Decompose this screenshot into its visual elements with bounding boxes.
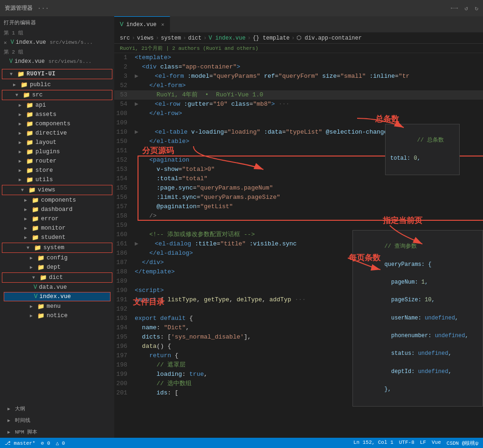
chevron-right-icon: ▶	[30, 265, 37, 270]
sidebar-item-utils[interactable]: ▶ 📁 utils	[0, 175, 114, 184]
chevron-right-icon: ▶	[19, 112, 26, 117]
code-line-52: 52 </el-form>	[114, 81, 483, 90]
sidebar-item-dept[interactable]: ▶ 📁 dept	[0, 263, 114, 272]
git-branch[interactable]: ⎇ master*	[5, 440, 35, 446]
top-bar-dots[interactable]: ···	[37, 5, 49, 12]
sidebar-item-error[interactable]: ▶ 📁 error	[0, 214, 114, 224]
code-line-155: 155 :page.sync="queryParams.pageNum"	[114, 183, 483, 193]
sidebar-item-menu[interactable]: ▶ 📁 menu	[0, 302, 114, 311]
annotation-filedir: 文件目录	[133, 297, 165, 307]
views-box: ▼ 📁 views	[2, 185, 112, 195]
folder-icon: 📁	[26, 157, 34, 165]
sidebar-item-timeline[interactable]: ▶ 时间线	[0, 414, 114, 426]
encoding-indicator: UTF-8	[399, 440, 414, 447]
sidebar-item-config[interactable]: ▶ 📁 config	[0, 253, 114, 263]
sidebar-item-system[interactable]: ▼ 📁 system	[2, 243, 112, 252]
chevron-right-icon: ▶	[24, 197, 32, 203]
src-box: ▼ 📁 src	[2, 90, 112, 100]
sidebar-item-src[interactable]: ▼ 📁 src	[2, 90, 112, 100]
folder-icon: 📁	[34, 244, 41, 251]
breadcrumb: src › views › system › dict › V index.vu…	[114, 33, 483, 44]
sidebar-item-plugins[interactable]: ▶ 📁 plugins	[0, 147, 114, 156]
sidebar-item-datavue[interactable]: V data.vue	[0, 283, 114, 292]
sidebar-item-views[interactable]: ▼ 📁 views	[2, 185, 112, 195]
folder-icon: 📁	[37, 312, 45, 319]
sidebar-item-router[interactable]: ▶ 📁 router	[0, 156, 114, 166]
ruoyi-ui-box: ▼ 📁 RUOYI-UI	[2, 69, 112, 79]
sidebar-item-components[interactable]: ▶ 📁 components	[0, 119, 114, 129]
folder-icon: 📁	[26, 139, 34, 146]
annotation-pagesize: 每页条数	[349, 252, 380, 263]
chevron-down-icon: ▼	[27, 245, 34, 251]
code-line-54: 54 ▶ <el-row :gutter="10" class="mb8"> ·…	[114, 100, 483, 109]
chevron-down-icon: ▼	[32, 275, 40, 280]
folder-icon: 📁	[28, 186, 36, 194]
tab-indexvue[interactable]: V index.vue ✕	[114, 16, 170, 33]
chevron-right-icon: ▶	[13, 82, 21, 88]
sidebar-item-public[interactable]: ▶ 📁 public	[0, 80, 114, 89]
refresh-icon[interactable]: ↺	[464, 5, 468, 12]
chevron-right-icon: ▶	[19, 102, 26, 108]
open-editors-section[interactable]: 打开的编辑器	[0, 16, 114, 28]
sidebar-item-directive[interactable]: ▶ 📁 directive	[0, 129, 114, 138]
folder-icon: 📁	[32, 197, 39, 204]
chevron-right-icon: ▶	[7, 406, 15, 412]
sidebar-item-notice[interactable]: ▶ 📁 notice	[0, 311, 114, 320]
folder-icon: 📁	[26, 129, 34, 137]
tab-close-icon[interactable]: ✕	[161, 21, 165, 27]
chevron-right-icon: ▶	[19, 121, 26, 127]
back-icon[interactable]: ←→	[451, 5, 458, 12]
editor-area: V index.vue ✕ src › views › system › dic…	[114, 16, 483, 438]
code-wrapper: 1 <template> 2 <div class="app-container…	[114, 53, 483, 438]
chevron-right-icon: ▶	[19, 177, 26, 183]
sidebar-item-npm[interactable]: ▶ NPM 脚本	[0, 426, 114, 438]
sidebar-item-assets[interactable]: ▶ 📁 assets	[0, 110, 114, 119]
forward-icon[interactable]: ↻	[475, 5, 478, 12]
sidebar-item-monitor[interactable]: ▶ 📁 monitor	[0, 224, 114, 233]
indexvue-highlight-box: V index.vue	[4, 292, 110, 301]
main-layout: 打开的编辑器 第 1 组 ✕ V index.vue src/views/s..…	[0, 16, 483, 438]
sidebar-item-ruoyi-ui[interactable]: ▼ 📁 RUOYI-UI	[2, 69, 112, 79]
sidebar-item-outline[interactable]: ▶ 大纲	[0, 403, 114, 414]
chevron-right-icon: ▶	[24, 216, 32, 222]
tab-bar: V index.vue ✕	[114, 16, 483, 33]
close-icon[interactable]: ✕	[4, 40, 7, 46]
annotation-total: 总条数	[375, 114, 399, 124]
author-line: RuoYi, 21个月前 | 2 authors (RuoYi and othe…	[114, 44, 483, 53]
sidebar-item-student[interactable]: ▶ 📁 student	[0, 233, 114, 242]
sidebar-item-layout[interactable]: ▶ 📁 layout	[0, 138, 114, 147]
vue-file-icon2: V	[34, 293, 38, 300]
annotation-currentpage: 指定当前页	[383, 215, 422, 226]
chevron-right-icon: ▶	[19, 130, 26, 136]
folder-icon: 📁	[26, 102, 34, 109]
code-line-158: 158 />	[114, 211, 483, 221]
chevron-right-icon: ▶	[19, 149, 26, 155]
folder-icon: 📁	[37, 303, 45, 310]
sidebar-item-components2[interactable]: ▶ 📁 components	[0, 196, 114, 205]
folder-icon: 📁	[37, 264, 45, 271]
code-line-1: 1 <template>	[114, 53, 483, 62]
chevron-right-icon: ▶	[30, 304, 37, 309]
bottom-bar: ⎇ master* ⊘ 0 △ 0 Ln 152, Col 1 UTF-8 LF…	[0, 438, 483, 448]
folder-icon: 📁	[32, 234, 39, 241]
folder-icon: 📁	[32, 215, 39, 223]
folder-icon: 📁	[32, 224, 39, 232]
folder-icon: 📁	[26, 148, 34, 156]
sidebar-item-indexvue[interactable]: V index.vue	[4, 292, 110, 301]
sidebar-item-dict[interactable]: ▼ 📁 dict	[2, 273, 112, 282]
top-bar-icons: ←→ ↺ ↻	[451, 5, 478, 12]
group1-file1[interactable]: ✕ V index.vue src/views/s...	[0, 38, 114, 47]
group2-file1[interactable]: V index.vue src/views/s...	[0, 57, 114, 66]
group2-label: 第 2 组	[0, 47, 114, 57]
vue-icon: V	[11, 39, 14, 46]
chevron-down-icon: ▼	[21, 188, 28, 193]
sidebar-item-dashboard[interactable]: ▶ 📁 dashboard	[0, 205, 114, 214]
folder-icon: 📁	[26, 111, 34, 118]
tooltip-total: // 总条数 total: 0,	[385, 124, 460, 175]
sidebar-item-api[interactable]: ▶ 📁 api	[0, 101, 114, 110]
chevron-right-icon: ▶	[24, 235, 32, 240]
folder-icon: 📁	[26, 120, 34, 128]
sidebar-item-store[interactable]: ▶ 📁 store	[0, 166, 114, 175]
code-line-157: 157 @pagination="getList"	[114, 202, 483, 211]
folder-icon: 📁	[17, 70, 25, 78]
